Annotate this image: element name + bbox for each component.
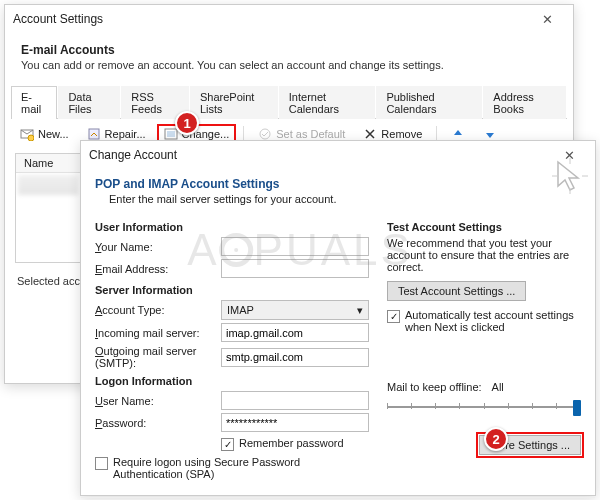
username-field[interactable] [221,391,369,410]
your-name-field[interactable] [221,237,369,256]
chevron-down-icon: ▾ [357,304,363,317]
arrow-down-icon [483,127,497,141]
remove-icon [363,127,377,141]
svg-point-1 [28,135,34,141]
tabstrip: E-mail Data Files RSS Feeds SharePoint L… [11,85,567,119]
list-item[interactable] [18,175,78,195]
tab-internet-calendars[interactable]: Internet Calendars [279,86,376,119]
tab-email[interactable]: E-mail [11,86,57,119]
new-label: New... [38,128,69,140]
account-type-value: IMAP [227,304,254,316]
section-subtitle: Enter the mail server settings for your … [109,193,581,205]
account-type-select: IMAP ▾ [221,300,369,320]
callout-1: 1 [175,111,199,135]
test-account-settings-button[interactable]: Test Account Settings ... [387,281,526,301]
spa-label: Require logon using Secure Password Auth… [113,456,369,480]
test-description: We recommend that you test your account … [387,237,581,273]
window-title: Change Account [89,148,177,162]
auto-test-label: Automatically test account settings when… [405,309,581,333]
repair-icon [87,127,101,141]
new-button[interactable]: New... [13,124,76,144]
svg-rect-2 [89,129,99,139]
set-default-label: Set as Default [276,128,345,140]
svg-rect-4 [167,131,175,137]
remember-password-checkbox[interactable]: ✓ [221,438,234,451]
titlebar: Account Settings ✕ [5,5,573,33]
label-your-name: Your Name: [95,241,215,253]
callout-2: 2 [484,427,508,451]
tab-address-books[interactable]: Address Books [483,86,566,119]
right-column: Test Account Settings We recommend that … [387,215,581,485]
header-title: E-mail Accounts [21,43,557,57]
tab-data-files[interactable]: Data Files [58,86,120,119]
label-account-type: Account Type: [95,304,215,316]
group-test-settings: Test Account Settings [387,221,581,233]
titlebar: Change Account ✕ [81,141,595,169]
change-icon [164,127,178,141]
password-field[interactable] [221,413,369,432]
check-icon [258,127,272,141]
cursor-icon [550,156,590,196]
label-password: Password: [95,417,215,429]
svg-point-5 [260,129,270,139]
group-logon-info: Logon Information [95,375,369,387]
window-title: Account Settings [13,12,103,26]
offline-value: All [492,381,504,393]
remove-label: Remove [381,128,422,140]
close-icon[interactable]: ✕ [529,9,565,29]
header: E-mail Accounts You can add or remove an… [5,33,573,85]
spa-checkbox[interactable] [95,457,108,470]
label-outgoing: Outgoing mail server (SMTP): [95,345,215,369]
section-title: POP and IMAP Account Settings [95,177,581,191]
left-column: User Information Your Name: Email Addres… [95,215,369,485]
change-account-dialog: Change Account ✕ POP and IMAP Account Se… [80,140,596,496]
tab-published-calendars[interactable]: Published Calendars [376,86,482,119]
group-server-info: Server Information [95,284,369,296]
repair-label: Repair... [105,128,146,140]
outgoing-server-field[interactable] [221,348,369,367]
offline-label: Mail to keep offline: [387,381,482,393]
incoming-server-field[interactable] [221,323,369,342]
email-field[interactable] [221,259,369,278]
arrow-up-icon [451,127,465,141]
label-incoming: Incoming mail server: [95,327,215,339]
group-user-info: User Information [95,221,369,233]
slider-thumb[interactable] [573,400,581,416]
tab-sharepoint-lists[interactable]: SharePoint Lists [190,86,278,119]
auto-test-checkbox[interactable]: ✓ [387,310,400,323]
remember-password-label: Remember password [239,437,344,449]
new-icon [20,127,34,141]
label-email: Email Address: [95,263,215,275]
label-username: User Name: [95,395,215,407]
header-subtitle: You can add or remove an account. You ca… [21,59,557,71]
offline-slider[interactable] [387,397,581,417]
